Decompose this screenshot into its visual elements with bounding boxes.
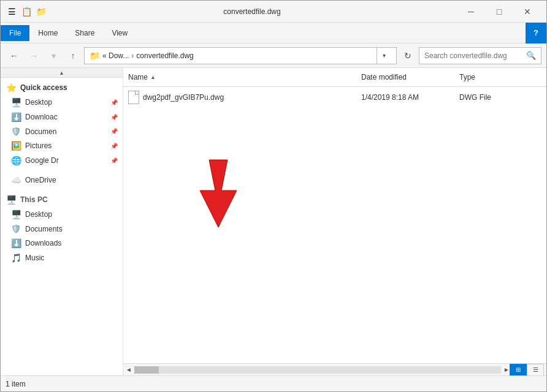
quick-access-toolbar-icon1: ☰ [6, 6, 18, 18]
title-bar: ☰ 📋 📁 convertedfile.dwg ─ □ ✕ [1, 1, 546, 23]
sidebar-pc-desktop-label: Desktop [25, 210, 52, 219]
search-input[interactable] [424, 51, 524, 60]
folder-icon: 📁 [90, 51, 100, 61]
file-header: Name ▲ Date modified Type [123, 68, 546, 87]
sidebar: ▲ ⭐ Quick access 🖥️ Desktop 📌 ⬇️ Downloa… [1, 68, 123, 375]
table-row[interactable]: dwg2pdf_gvGIB7Pu.dwg 1/4/2019 8:18 AM DW… [123, 87, 546, 108]
maximize-button[interactable]: □ [485, 1, 513, 23]
col-type-label: Type [459, 73, 475, 81]
menu-home[interactable]: Home [29, 25, 66, 41]
file-date: 1/4/2019 8:18 AM [361, 93, 419, 102]
scroll-left-arrow[interactable]: ◄ [126, 366, 132, 373]
sidebar-item-music-pc[interactable]: 🎵 Music [1, 251, 123, 265]
pin-icon-2: 📌 [110, 114, 118, 121]
sidebar-thispc-label: This PC [20, 195, 48, 204]
path-short: « Dow... [102, 51, 129, 60]
minimize-button[interactable]: ─ [457, 1, 485, 23]
pictures-icon: 🖼️ [10, 141, 21, 151]
desktop-icon: 🖥️ [10, 97, 21, 107]
bottom-bar: ◄ ► ⊞ ☰ [123, 363, 546, 375]
window: ☰ 📋 📁 convertedfile.dwg ─ □ ✕ File Home … [0, 0, 547, 392]
sidebar-section-thispc: 🖥️ This PC [1, 192, 123, 207]
pin-icon: 📌 [110, 99, 118, 106]
menu-file[interactable]: File [1, 25, 29, 41]
search-box[interactable]: 🔍 [419, 47, 541, 64]
list-view-button[interactable]: ☰ [527, 364, 544, 376]
sidebar-googledrive-label: Google Dr [25, 156, 59, 165]
menu-bar: File Home Share View ? [1, 23, 546, 43]
file-list: dwg2pdf_gvGIB7Pu.dwg 1/4/2019 8:18 AM DW… [123, 87, 546, 363]
sidebar-item-documents-quick[interactable]: 🛡️ Documen 📌 [1, 124, 123, 138]
back-button[interactable]: ← [6, 47, 23, 64]
sidebar-item-desktop-quick[interactable]: 🖥️ Desktop 📌 [1, 95, 123, 110]
window-title: convertedfile.dwg [47, 7, 457, 16]
sidebar-item-pictures-quick[interactable]: 🖼️ Pictures 📌 [1, 138, 123, 153]
quick-access-label: Quick access [20, 83, 67, 92]
sidebar-pc-documents-label: Documents [25, 225, 63, 233]
sidebar-onedrive-label: OneDrive [25, 176, 56, 184]
col-date-label: Date modified [361, 73, 407, 81]
path-separator: › [131, 51, 134, 60]
sidebar-item-downloads-pc[interactable]: ⬇️ Downloads [1, 236, 123, 251]
documents-pc-icon: 🛡️ [10, 224, 21, 233]
close-button[interactable]: ✕ [513, 1, 541, 23]
sidebar-scroll-up[interactable]: ▲ [1, 68, 123, 78]
file-name-cell: dwg2pdf_gvGIB7Pu.dwg [123, 89, 356, 105]
address-bar: ← → ▾ ↑ 📁 « Dow... › convertedfile.dwg ▾… [1, 43, 546, 68]
horizontal-scrollbar[interactable] [134, 366, 501, 374]
address-path: 📁 « Dow... › convertedfile.dwg [90, 51, 377, 61]
documents-icon: 🛡️ [10, 127, 21, 136]
sidebar-item-googledrive-quick[interactable]: 🌐 Google Dr 📌 [1, 153, 123, 168]
file-area: Name ▲ Date modified Type dwg2pdf_gvGIB7… [123, 68, 546, 375]
pin-icon-5: 📌 [110, 157, 118, 164]
forward-button[interactable]: → [25, 47, 42, 64]
col-name-label: Name [128, 73, 148, 81]
download-icon: ⬇️ [10, 112, 21, 122]
path-current: convertedfile.dwg [136, 51, 193, 60]
up-button[interactable]: ↑ [64, 47, 82, 64]
sidebar-desktop-label: Desktop [25, 98, 52, 107]
file-type: DWG File [459, 93, 491, 102]
sidebar-section-quick-access: ⭐ Quick access [1, 80, 123, 95]
sidebar-documents-label: Documen [25, 127, 56, 136]
file-type-cell: DWG File [454, 92, 546, 103]
file-name: dwg2pdf_gvGIB7Pu.dwg [143, 93, 224, 102]
dropdown-nav-button[interactable]: ▾ [45, 47, 62, 64]
scrollbar-thumb [134, 366, 159, 374]
sidebar-pc-music-label: Music [25, 254, 44, 262]
col-type[interactable]: Type [454, 70, 546, 84]
sidebar-item-downloads-quick[interactable]: ⬇️ Downloac 📌 [1, 110, 123, 124]
sidebar-pc-downloads-label: Downloads [25, 239, 61, 247]
file-date-cell: 1/4/2019 8:18 AM [356, 92, 454, 103]
help-button[interactable]: ? [526, 23, 546, 43]
menu-share[interactable]: Share [66, 25, 103, 41]
onedrive-icon: ☁️ [10, 175, 21, 185]
quick-access-toolbar-icon3: 📁 [35, 6, 47, 18]
address-box[interactable]: 📁 « Dow... › convertedfile.dwg ▾ [84, 47, 397, 64]
star-icon: ⭐ [6, 83, 17, 92]
item-count: 1 item [6, 380, 26, 388]
status-bar: 1 item [1, 375, 546, 391]
grid-view-button[interactable]: ⊞ [510, 364, 527, 376]
view-toggle: ⊞ ☰ [510, 364, 544, 376]
desktop-pc-icon: 🖥️ [10, 209, 21, 219]
refresh-button[interactable]: ↻ [399, 47, 416, 64]
file-type-icon [128, 91, 139, 104]
sort-arrow: ▲ [150, 74, 156, 80]
pin-icon-4: 📌 [110, 143, 118, 149]
col-date[interactable]: Date modified [356, 70, 454, 84]
menu-view[interactable]: View [103, 25, 136, 41]
col-name[interactable]: Name ▲ [123, 70, 356, 84]
scroll-right-arrow[interactable]: ► [503, 366, 510, 373]
pin-icon-3: 📌 [110, 128, 118, 135]
googledrive-icon: 🌐 [10, 156, 21, 165]
sidebar-item-documents-pc[interactable]: 🛡️ Documents [1, 222, 123, 236]
title-bar-icons: ☰ 📋 📁 [6, 6, 47, 18]
sidebar-item-onedrive[interactable]: ☁️ OneDrive [1, 173, 123, 187]
sidebar-downloads-label: Downloac [25, 113, 58, 121]
search-icon: 🔍 [526, 51, 536, 60]
window-controls: ─ □ ✕ [457, 1, 541, 23]
sidebar-item-desktop-pc[interactable]: 🖥️ Desktop [1, 207, 123, 222]
main-content: ▲ ⭐ Quick access 🖥️ Desktop 📌 ⬇️ Downloa… [1, 68, 546, 375]
address-dropdown-button[interactable]: ▾ [377, 47, 391, 64]
